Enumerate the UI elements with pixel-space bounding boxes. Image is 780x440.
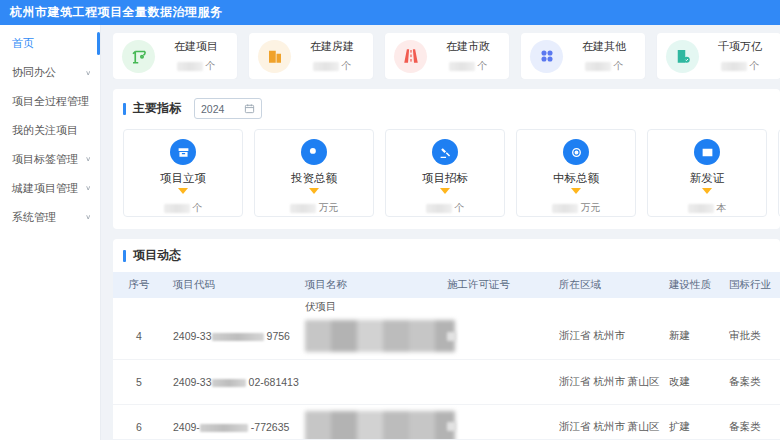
- indicator-unit: 个: [455, 202, 465, 213]
- indicator-card-winning-bid-total[interactable]: 中标总额 万元: [516, 129, 636, 217]
- indicator-unit: 万元: [581, 202, 601, 213]
- section-accent-bar: [123, 103, 126, 115]
- cell-region: 浙江省 杭州市 萧山区: [551, 359, 661, 404]
- sidebar-item-system-management[interactable]: 系统管理 ∨: [0, 203, 100, 232]
- chevron-down-icon: ∨: [85, 185, 91, 192]
- sidebar-item-label: 系统管理: [12, 210, 56, 225]
- sidebar-item-urban-projects[interactable]: 城建项目管理 ∨: [0, 174, 100, 203]
- certificate-icon: [694, 139, 720, 165]
- redacted-value: [177, 62, 203, 71]
- table-row[interactable]: 4 2409-339756 浙江省 杭州市 新建 审批类: [113, 314, 780, 359]
- cell-no: 4: [113, 314, 165, 359]
- section-title-dynamics: 项目动态: [133, 247, 181, 264]
- stat-card-unit: 个: [206, 60, 216, 71]
- triangle-down-icon: [309, 188, 319, 194]
- indicator-unit: 万元: [319, 202, 339, 213]
- redacted-value: [212, 333, 264, 341]
- cell-project-name: [297, 359, 439, 404]
- crane-icon: [122, 40, 155, 73]
- triangle-down-icon: [702, 188, 712, 194]
- stat-card-label: 在建市政: [427, 39, 509, 54]
- sidebar-item-project-process[interactable]: 项目全过程管理: [0, 87, 100, 116]
- sidebar-item-followed-projects[interactable]: 我的关注项目: [0, 116, 100, 145]
- sidebar-item-label: 项目标签管理: [12, 152, 78, 167]
- stat-card-other[interactable]: 在建其他 个: [521, 33, 645, 79]
- sidebar-item-label: 项目全过程管理: [12, 94, 89, 109]
- indicator-unit: 本: [717, 202, 727, 213]
- section-title-indicators: 主要指标: [133, 100, 181, 117]
- col-header-industry[interactable]: 国标行业: [721, 272, 780, 298]
- redacted-value: [313, 62, 339, 71]
- stat-card-municipal[interactable]: 在建市政 个: [385, 33, 509, 79]
- gavel-icon: [432, 139, 458, 165]
- indicator-label: 新发证: [648, 171, 766, 186]
- redacted-value: [688, 204, 714, 213]
- cell-region: 浙江省 杭州市: [551, 314, 661, 359]
- year-picker[interactable]: 2024: [194, 98, 262, 119]
- stat-card-row: 在建项目 个 在建房建 个: [113, 33, 780, 79]
- cell-permit-no: [439, 314, 551, 359]
- redacted-value: [212, 379, 246, 387]
- redacted-value: [449, 62, 475, 71]
- project-dynamics-panel: 项目动态 序号 项目代码 项目名称 施工许可证号 所在区域 建设性质 国标行业: [113, 239, 780, 439]
- cell-no: 5: [113, 359, 165, 404]
- chevron-down-icon: ∨: [85, 69, 91, 76]
- col-header-code[interactable]: 项目代码: [165, 272, 297, 298]
- indicator-label: 项目招标: [386, 171, 504, 186]
- table-row[interactable]: 5 2409-3302-681413 浙江省 杭州市 萧山区 改建 备案类: [113, 359, 780, 404]
- indicator-label: 中标总额: [517, 171, 635, 186]
- cell-industry: 审批类: [721, 314, 780, 359]
- col-header-name[interactable]: 项目名称: [297, 272, 439, 298]
- indicator-card-total-investment[interactable]: 投资总额 万元: [254, 129, 374, 217]
- project-dynamics-table: 序号 项目代码 项目名称 施工许可证号 所在区域 建设性质 国标行业 伏项目: [113, 272, 780, 439]
- sidebar: 首页 协同办公 ∨ 项目全过程管理 我的关注项目 项目标签管理 ∨ 城建项目管理…: [0, 25, 101, 440]
- col-header-nature[interactable]: 建设性质: [661, 272, 721, 298]
- cell-project-code: 2409-3302-681413: [165, 359, 297, 404]
- cell-permit-no: [439, 404, 551, 439]
- stat-card-label: 在建其他: [563, 39, 645, 54]
- sidebar-item-label: 我的关注项目: [12, 123, 78, 138]
- table-row-partial[interactable]: 伏项目: [113, 298, 780, 314]
- calendar-icon: [244, 103, 255, 114]
- four-dots-icon: [530, 40, 563, 73]
- indicator-card-new-certificates[interactable]: 新发证 本: [647, 129, 767, 217]
- section-accent-bar: [123, 250, 126, 262]
- stat-card-unit: 个: [614, 60, 624, 71]
- table-row[interactable]: 6 2409--772635 浙江省 杭州市 萧山区 扩建 备案类: [113, 404, 780, 439]
- stat-card-label: 在建项目: [155, 39, 237, 54]
- sidebar-item-tag-management[interactable]: 项目标签管理 ∨: [0, 145, 100, 174]
- stat-card-label: 在建房建: [291, 39, 373, 54]
- redacted-value: [164, 204, 190, 213]
- building-badge-icon: [666, 40, 699, 73]
- indicator-card-project-initiation[interactable]: 项目立项 个: [123, 129, 243, 217]
- chevron-down-icon: ∨: [85, 156, 91, 163]
- cell-nature: 新建: [661, 314, 721, 359]
- cell-project-name: [297, 314, 439, 359]
- project-name-fragment: 伏项目: [297, 298, 439, 314]
- redacted-value: [447, 332, 456, 341]
- col-header-region[interactable]: 所在区域: [551, 272, 661, 298]
- main-indicators-panel: 主要指标 2024 项目立项 个: [113, 89, 780, 229]
- stat-card-projects[interactable]: 在建项目 个: [113, 33, 237, 79]
- indicator-card-project-bidding[interactable]: 项目招标 个: [385, 129, 505, 217]
- col-header-no[interactable]: 序号: [113, 272, 165, 298]
- redacted-value: [447, 422, 456, 431]
- redacted-value: [552, 204, 578, 213]
- stat-card-thousand-trillion[interactable]: 千项万亿 个: [657, 33, 780, 79]
- cell-nature: 扩建: [661, 404, 721, 439]
- stat-card-housing[interactable]: 在建房建 个: [249, 33, 373, 79]
- sidebar-item-home[interactable]: 首页: [0, 29, 100, 58]
- chevron-down-icon: ∨: [85, 214, 91, 221]
- sidebar-item-collab-office[interactable]: 协同办公 ∨: [0, 58, 100, 87]
- cell-project-name: [297, 404, 439, 439]
- app-title: 杭州市建筑工程项目全量数据治理服务: [10, 4, 223, 21]
- sidebar-item-label: 协同办公: [12, 65, 56, 80]
- redacted-value: [305, 320, 455, 352]
- col-header-permit[interactable]: 施工许可证号: [439, 272, 551, 298]
- coins-icon: [301, 139, 327, 165]
- cell-nature: 改建: [661, 359, 721, 404]
- medal-icon: [563, 139, 589, 165]
- stat-card-label: 千项万亿: [699, 39, 780, 54]
- redacted-value: [426, 204, 452, 213]
- main-content: 在建项目 个 在建房建 个: [101, 25, 780, 440]
